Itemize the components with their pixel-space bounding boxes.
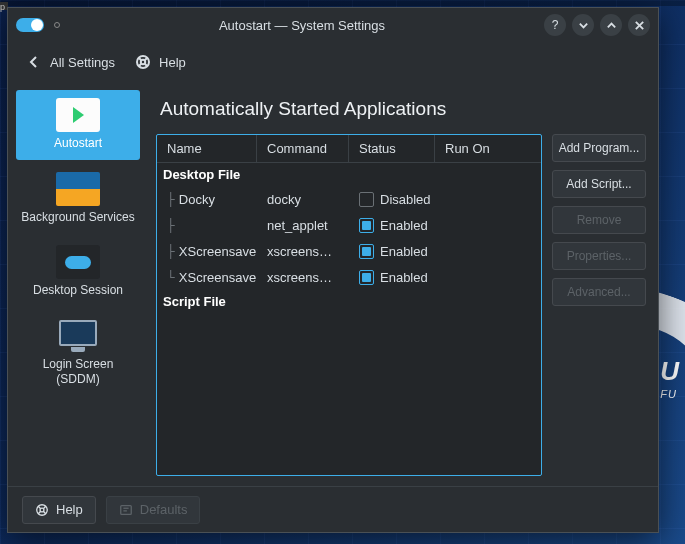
svg-line-4 [139, 58, 142, 61]
tree-line-icon: ├ [167, 192, 175, 207]
help-window-button[interactable]: ? [544, 14, 566, 36]
footer-help-button[interactable]: Help [22, 496, 96, 524]
svg-rect-14 [121, 505, 132, 514]
sidebar-item-label: Desktop Session [33, 283, 123, 299]
chevron-left-icon [26, 54, 42, 70]
cell-status: Enabled [380, 218, 428, 233]
add-script-button[interactable]: Add Script... [552, 170, 646, 198]
cell-command: net_applet [257, 218, 349, 233]
sidebar-item-desktop-session[interactable]: Desktop Session [16, 237, 140, 307]
close-button[interactable] [628, 14, 650, 36]
column-header-command[interactable]: Command [257, 135, 349, 162]
table-header: Name Command Status Run On [157, 135, 541, 163]
cell-status: Enabled [380, 270, 428, 285]
properties-button: Properties... [552, 242, 646, 270]
defaults-label: Defaults [140, 502, 188, 517]
system-settings-window: Autostart — System Settings ? All Settin… [7, 7, 659, 533]
table-row[interactable]: ├XScreensaver xscreensaver ... Enabled [157, 238, 541, 264]
advanced-button: Advanced... [552, 278, 646, 306]
svg-point-3 [141, 60, 145, 64]
sidebar-item-label: Background Services [21, 210, 134, 226]
chevron-up-icon [606, 20, 617, 31]
all-settings-button[interactable]: All Settings [26, 54, 115, 70]
sidebar-item-login-screen[interactable]: Login Screen (SDDM) [16, 311, 140, 396]
svg-line-13 [44, 511, 46, 513]
cell-name: Docky [179, 192, 215, 207]
autostart-table: Name Command Status Run On Desktop File … [156, 134, 542, 476]
titlebar[interactable]: Autostart — System Settings ? [8, 8, 658, 42]
desktop-session-icon [56, 245, 100, 279]
footer-help-label: Help [56, 502, 83, 517]
svg-line-6 [139, 64, 142, 67]
window-title: Autostart — System Settings [60, 18, 544, 33]
footer: Help Defaults [8, 486, 658, 532]
sidebar-item-label: Login Screen (SDDM) [20, 357, 136, 388]
cell-command: xscreensaver [257, 270, 349, 285]
svg-line-10 [38, 506, 40, 508]
cell-command: docky [257, 192, 349, 207]
defaults-button: Defaults [106, 496, 201, 524]
table-row[interactable]: └XScreensaver xscreensaver Enabled [157, 264, 541, 290]
cell-status: Enabled [380, 244, 428, 259]
svg-line-11 [44, 506, 46, 508]
svg-point-9 [40, 508, 44, 512]
sidebar-item-label: Autostart [54, 136, 102, 152]
table-row[interactable]: ├ net_applet Enabled [157, 212, 541, 238]
sidebar: Autostart Background Services Desktop Se… [8, 82, 148, 486]
cell-status: Disabled [380, 192, 431, 207]
status-checkbox[interactable] [359, 192, 374, 207]
help-icon [35, 503, 49, 517]
table-body[interactable]: Desktop File ├Docky docky Disabled ├ net… [157, 163, 541, 475]
main-panel: Automatically Started Applications Name … [148, 82, 658, 486]
toolbar-help-button[interactable]: Help [135, 54, 186, 70]
all-settings-label: All Settings [50, 55, 115, 70]
group-script-file[interactable]: Script File [157, 290, 541, 313]
sidebar-item-background-services[interactable]: Background Services [16, 164, 140, 234]
desktop-logo-text: U [660, 356, 679, 387]
cell-name: XScreensaver [179, 244, 257, 259]
cell-command: xscreensaver ... [257, 244, 349, 259]
page-title: Automatically Started Applications [160, 98, 642, 120]
autostart-icon [56, 98, 100, 132]
toolbar-help-label: Help [159, 55, 186, 70]
table-row[interactable]: ├Docky docky Disabled [157, 186, 541, 212]
sidebar-item-autostart[interactable]: Autostart [16, 90, 140, 160]
body-area: Autostart Background Services Desktop Se… [8, 82, 658, 486]
svg-line-5 [145, 58, 148, 61]
background-services-icon [56, 172, 100, 206]
defaults-icon [119, 503, 133, 517]
status-checkbox[interactable] [359, 218, 374, 233]
remove-button: Remove [552, 206, 646, 234]
chevron-down-icon [578, 20, 589, 31]
cell-name: XScreensaver [179, 270, 257, 285]
taskbar [0, 0, 685, 6]
add-program-button[interactable]: Add Program... [552, 134, 646, 162]
tree-line-icon: ├ [167, 218, 175, 233]
column-header-name[interactable]: Name [157, 135, 257, 162]
titlebar-toggle-icon [16, 18, 44, 32]
minimize-button[interactable] [572, 14, 594, 36]
tree-line-icon: ├ [167, 244, 175, 259]
action-buttons: Add Program... Add Script... Remove Prop… [552, 134, 646, 476]
column-header-status[interactable]: Status [349, 135, 435, 162]
status-checkbox[interactable] [359, 244, 374, 259]
toolbar: All Settings Help [8, 42, 658, 82]
svg-line-12 [38, 511, 40, 513]
login-screen-icon [56, 319, 100, 353]
status-checkbox[interactable] [359, 270, 374, 285]
maximize-button[interactable] [600, 14, 622, 36]
svg-line-7 [145, 64, 148, 67]
tree-line-icon: └ [167, 270, 175, 285]
group-desktop-file[interactable]: Desktop File [157, 163, 541, 186]
help-icon [135, 54, 151, 70]
column-header-run-on[interactable]: Run On [435, 135, 541, 162]
close-icon [634, 20, 645, 31]
question-icon: ? [552, 18, 559, 32]
